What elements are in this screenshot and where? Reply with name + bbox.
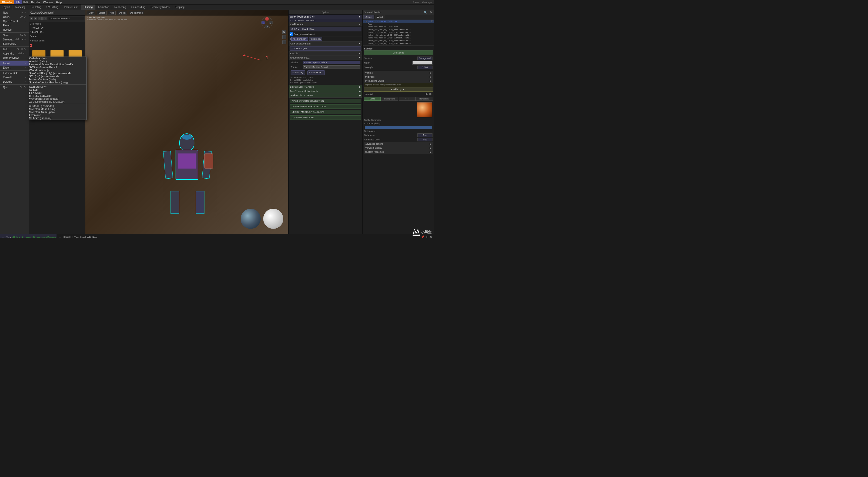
ci-mesh021[interactable]: lifeline_v21_heist_w_LOOD_SEModelMesh.02… bbox=[363, 36, 434, 39]
ne-view-btn[interactable]: View bbox=[74, 236, 79, 238]
menu-append[interactable]: Append... Shift F1 bbox=[0, 52, 29, 56]
render-icon[interactable] bbox=[282, 35, 286, 39]
advanced-options-header[interactable]: Advanced options ▶ bbox=[364, 142, 433, 146]
tab-uv-editing[interactable]: UV Editing bbox=[44, 4, 61, 10]
auto-tex-checkbox[interactable] bbox=[289, 32, 293, 36]
ci-mesh018[interactable]: lifeline_v21_heist_w_LOOD_SEModelMesh.01… bbox=[363, 28, 434, 31]
menu-save-copy[interactable]: Save Copy... bbox=[0, 42, 29, 46]
viewport-display-header[interactable]: Viewport Display ▶ bbox=[364, 146, 433, 150]
floor-tab[interactable]: Floor bbox=[399, 97, 416, 101]
import-usd[interactable]: Universal Scene Description (.usd*) bbox=[29, 63, 86, 66]
view-btn[interactable]: View bbox=[87, 11, 95, 15]
set-as-hdri-btn[interactable]: Set as HDR... bbox=[307, 70, 325, 75]
add-btn[interactable]: Add bbox=[108, 11, 116, 15]
import-skeleton-anim[interactable]: Skeleton Anim (.psa) bbox=[29, 111, 86, 114]
import-fbx[interactable]: FBX (.fbx) bbox=[29, 91, 86, 94]
import-svg[interactable]: Scalable Vector Graphics (.svg) bbox=[29, 81, 86, 84]
tab-modeling[interactable]: Modeling bbox=[13, 4, 28, 10]
blast12-mobile-header[interactable]: Blast12 Apex Mobile Assets ▶ bbox=[288, 89, 363, 93]
import-overwrite[interactable]: Overwrite bbox=[29, 114, 86, 117]
zoom-icon[interactable] bbox=[282, 30, 286, 34]
ground-shader-header[interactable]: Ground Shader &... ▼ bbox=[288, 56, 363, 60]
menu-clean-up[interactable]: Clean U › bbox=[0, 76, 29, 80]
pro-lighting-header[interactable]: Pro Lighting Studio ▶ bbox=[364, 79, 433, 83]
ci-mesh020[interactable]: lifeline_v21_heist_w_LOOD_SEModelMesh.02… bbox=[363, 34, 434, 36]
volume-section-header[interactable]: Volume ▶ bbox=[364, 71, 433, 75]
ci-mesh019[interactable]: lifeline_v21_heist_w_LOOD_SEModelMesh.01… bbox=[363, 31, 434, 34]
tab-layout[interactable]: Layout bbox=[0, 4, 13, 10]
ci-pose[interactable]: Pose bbox=[363, 23, 434, 25]
tab-animation[interactable]: Animation bbox=[95, 4, 112, 10]
tab-shading[interactable]: Shading bbox=[81, 4, 95, 10]
fb-forward-btn[interactable]: › bbox=[34, 17, 37, 20]
menu-new[interactable]: New Ctrl N bbox=[0, 10, 29, 15]
custom-properties-header[interactable]: Custom Properties ▶ bbox=[364, 150, 433, 154]
sc-filter-btn[interactable]: ⚙ bbox=[429, 11, 433, 14]
recolor-header[interactable]: Re-color ▼ bbox=[288, 52, 363, 56]
panel-icon-btn1[interactable]: ⊕ bbox=[425, 93, 428, 96]
mid-pass-header[interactable]: Mid Pass ▶ bbox=[364, 75, 433, 79]
fb-reload-btn[interactable]: ↺ bbox=[42, 17, 47, 20]
ne-add-btn[interactable]: Add bbox=[87, 236, 91, 238]
menu-save[interactable]: Save Ctrl S bbox=[0, 33, 29, 37]
tab-sculpting[interactable]: Sculpting bbox=[28, 4, 44, 10]
use-nodes-btn[interactable]: Use Nodes bbox=[364, 51, 433, 55]
menu-render[interactable]: Render bbox=[30, 0, 42, 4]
enable-cycles-btn[interactable]: Enable Cycles bbox=[364, 87, 433, 92]
tab-rendering[interactable]: Rendering bbox=[112, 4, 129, 10]
menu-edit[interactable]: Edit bbox=[22, 0, 30, 4]
select-btn[interactable]: Select bbox=[97, 11, 106, 15]
blast12-pc-header[interactable]: Blast12 Apex PC Assets ▶ bbox=[288, 85, 363, 89]
menu-help[interactable]: Help bbox=[55, 0, 63, 4]
ne-select-btn[interactable]: Select bbox=[80, 236, 86, 238]
menu-open-recent[interactable]: Open Recent › bbox=[0, 19, 29, 23]
scene-tab-btn[interactable]: Scene bbox=[363, 15, 374, 19]
import-3dmodel[interactable]: 3DModel (.asmodel) bbox=[29, 105, 86, 108]
menu-data-previews[interactable]: Data Previews bbox=[0, 56, 29, 60]
fb-up-btn[interactable]: ↑ bbox=[38, 17, 42, 20]
ci-armt[interactable]: lifeline_v21_heist_w_LOOD_armt bbox=[363, 25, 434, 28]
auto-shadow-header[interactable]: Auto_shadow (Beta) ▼ bbox=[288, 42, 363, 46]
menu-external-data[interactable]: External Data › bbox=[0, 71, 29, 76]
tab-compositing[interactable]: Compositing bbox=[129, 4, 148, 10]
menu-link[interactable]: Link... Ctrl Alt O bbox=[0, 47, 29, 52]
reflections-tab[interactable]: Reflections bbox=[416, 97, 433, 101]
menu-window[interactable]: Window bbox=[42, 0, 55, 4]
menu-save-as[interactable]: Save As... Shift Ctrl S bbox=[0, 37, 29, 42]
ci-mesh023[interactable]: lifeline_v21_heist_w_LOOD_SEModelMesh.02… bbox=[363, 42, 434, 45]
fb-bookmark-visual[interactable]: Visual bbox=[29, 34, 85, 38]
import-stanford2[interactable]: Stanford (.ply) bbox=[29, 85, 86, 88]
fb-bookmark-unreal[interactable]: Unreal Pro... bbox=[29, 30, 85, 34]
menu-import[interactable]: Import › bbox=[0, 61, 29, 65]
sc-search-btn[interactable]: 🔍 bbox=[424, 11, 428, 14]
menu-file[interactable]: File bbox=[14, 0, 22, 4]
fb-bookmark-lastof[interactable]: The Last Or_ bbox=[29, 26, 85, 30]
ci-eye-0[interactable]: 👁 bbox=[431, 20, 433, 22]
realtime-find-header[interactable]: Realtime Find ▼ bbox=[288, 22, 363, 26]
import-x3d[interactable]: X3D Extensible 3D (.x3d/.wrl) bbox=[29, 100, 86, 103]
ci-lifeline-live[interactable]: ▸ lifeline_v21_heist_w_LOOD_Live 👁 bbox=[363, 20, 434, 23]
ne-node-btn[interactable]: Node bbox=[92, 236, 97, 238]
set-as-sky-btn[interactable]: Set as Sky bbox=[290, 70, 305, 75]
texture-hv-btn[interactable]: Texture Hv bbox=[309, 37, 322, 41]
object-btn[interactable]: Object bbox=[117, 11, 127, 15]
panel-icon-btn2[interactable]: ⊞ bbox=[429, 93, 432, 96]
legion-models-btn[interactable]: LEGION MODELS TRANSLATE bbox=[290, 110, 361, 114]
menu-defaults[interactable]: Defaults › bbox=[0, 80, 29, 84]
import-alembic[interactable]: Alembic (.abc) bbox=[29, 60, 86, 63]
import-collada[interactable]: Collada (.dae) bbox=[29, 57, 86, 60]
import-stanford-ply[interactable]: Stanford PLY (.ply) (experimental) bbox=[29, 72, 86, 75]
world-tab-btn[interactable]: World bbox=[375, 15, 385, 19]
tab-geometry-nodes[interactable]: Geometry Nodes bbox=[148, 4, 172, 10]
ne-menu-btn[interactable]: ☰ bbox=[58, 235, 62, 239]
nav-gizmo[interactable]: Y X -Y -X bbox=[261, 16, 273, 29]
import-bvh[interactable]: Motion Capture (.bvh) bbox=[29, 78, 86, 81]
import-seanim[interactable]: SEAnim (.seanim) bbox=[29, 117, 86, 120]
ci-mesh022[interactable]: lifeline_v21_heist_w_LOOD_SEModelMesh.02… bbox=[363, 39, 434, 42]
other-effects-btn[interactable]: OTHER EFFECTS COLLECTION bbox=[290, 104, 361, 109]
apex-toolbox-title[interactable]: Apex Toolbox (v 3.6) ▼ bbox=[288, 14, 363, 19]
ne-object-btn[interactable]: Object bbox=[63, 236, 71, 238]
menu-recover[interactable]: Recover bbox=[0, 28, 29, 32]
toon-auto-tex-btn[interactable]: TOON Auto_tex bbox=[289, 46, 362, 51]
apex-effects-btn[interactable]: APEX EFFECTS COLLECTION bbox=[290, 99, 361, 103]
